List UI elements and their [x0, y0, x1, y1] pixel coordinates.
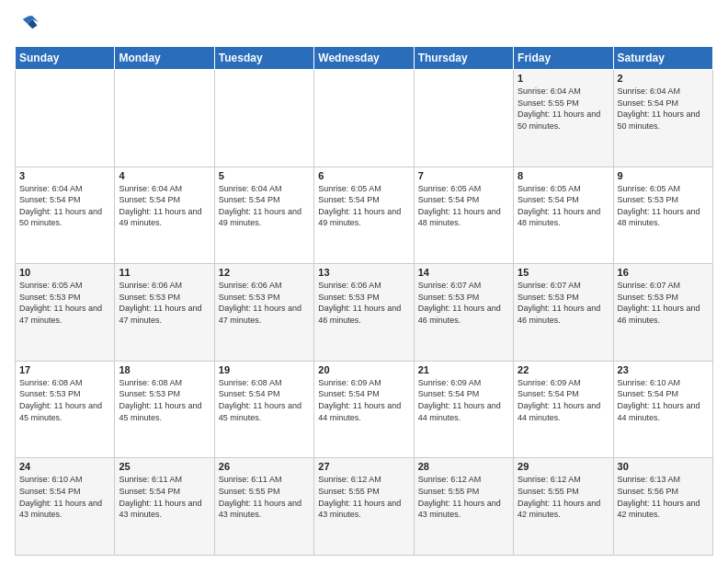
calendar-cell: 25Sunrise: 6:11 AM Sunset: 5:54 PM Dayli… [115, 458, 214, 556]
day-info: Sunrise: 6:07 AM Sunset: 5:53 PM Dayligh… [618, 280, 709, 326]
day-number: 10 [19, 267, 110, 278]
day-number: 19 [219, 364, 310, 375]
calendar-cell: 3Sunrise: 6:04 AM Sunset: 5:54 PM Daylig… [16, 167, 115, 264]
calendar-cell: 14Sunrise: 6:07 AM Sunset: 5:53 PM Dayli… [414, 264, 513, 362]
day-info: Sunrise: 6:05 AM Sunset: 5:54 PM Dayligh… [418, 183, 509, 229]
calendar-cell: 5Sunrise: 6:04 AM Sunset: 5:54 PM Daylig… [214, 167, 313, 264]
day-number: 18 [119, 364, 210, 375]
day-info: Sunrise: 6:05 AM Sunset: 5:53 PM Dayligh… [618, 183, 709, 229]
day-header-tuesday: Tuesday [214, 47, 313, 70]
day-info: Sunrise: 6:06 AM Sunset: 5:53 PM Dayligh… [119, 280, 210, 326]
calendar-cell: 24Sunrise: 6:10 AM Sunset: 5:54 PM Dayli… [16, 458, 115, 556]
day-number: 20 [318, 364, 409, 375]
day-header-friday: Friday [514, 47, 613, 70]
day-info: Sunrise: 6:12 AM Sunset: 5:55 PM Dayligh… [418, 474, 509, 520]
calendar-cell: 29Sunrise: 6:12 AM Sunset: 5:55 PM Dayli… [514, 458, 613, 556]
day-header-sunday: Sunday [16, 47, 115, 70]
day-number: 25 [119, 461, 210, 472]
day-number: 7 [418, 170, 509, 181]
calendar-cell: 11Sunrise: 6:06 AM Sunset: 5:53 PM Dayli… [115, 264, 214, 362]
day-number: 12 [219, 267, 310, 278]
day-number: 24 [19, 461, 110, 472]
day-info: Sunrise: 6:13 AM Sunset: 5:56 PM Dayligh… [618, 474, 709, 520]
calendar-cell: 8Sunrise: 6:05 AM Sunset: 5:54 PM Daylig… [514, 167, 613, 264]
day-info: Sunrise: 6:04 AM Sunset: 5:54 PM Dayligh… [119, 183, 210, 229]
calendar-cell [314, 70, 414, 167]
calendar-week-row: 24Sunrise: 6:10 AM Sunset: 5:54 PM Dayli… [16, 458, 713, 556]
calendar-cell: 16Sunrise: 6:07 AM Sunset: 5:53 PM Dayli… [613, 264, 712, 362]
day-info: Sunrise: 6:12 AM Sunset: 5:55 PM Dayligh… [518, 474, 609, 520]
day-info: Sunrise: 6:09 AM Sunset: 5:54 PM Dayligh… [418, 377, 509, 423]
calendar-cell: 23Sunrise: 6:10 AM Sunset: 5:54 PM Dayli… [613, 361, 712, 458]
day-number: 22 [518, 364, 609, 375]
calendar-cell: 13Sunrise: 6:06 AM Sunset: 5:53 PM Dayli… [314, 264, 414, 362]
calendar-cell: 22Sunrise: 6:09 AM Sunset: 5:54 PM Dayli… [514, 361, 613, 458]
calendar-cell: 12Sunrise: 6:06 AM Sunset: 5:53 PM Dayli… [214, 264, 313, 362]
day-info: Sunrise: 6:09 AM Sunset: 5:54 PM Dayligh… [518, 377, 609, 423]
day-number: 28 [418, 461, 509, 472]
calendar-cell: 28Sunrise: 6:12 AM Sunset: 5:55 PM Dayli… [414, 458, 513, 556]
calendar-cell [16, 70, 115, 167]
day-number: 21 [418, 364, 509, 375]
day-number: 11 [119, 267, 210, 278]
day-info: Sunrise: 6:11 AM Sunset: 5:55 PM Dayligh… [219, 474, 310, 520]
day-info: Sunrise: 6:06 AM Sunset: 5:53 PM Dayligh… [318, 280, 409, 326]
calendar-cell: 15Sunrise: 6:07 AM Sunset: 5:53 PM Dayli… [514, 264, 613, 362]
calendar-cell: 17Sunrise: 6:08 AM Sunset: 5:53 PM Dayli… [16, 361, 115, 458]
day-number: 15 [518, 267, 609, 278]
calendar-cell: 4Sunrise: 6:04 AM Sunset: 5:54 PM Daylig… [115, 167, 214, 264]
day-info: Sunrise: 6:06 AM Sunset: 5:53 PM Dayligh… [219, 280, 310, 326]
day-info: Sunrise: 6:05 AM Sunset: 5:53 PM Dayligh… [19, 280, 110, 326]
day-number: 14 [418, 267, 509, 278]
calendar-cell: 1Sunrise: 6:04 AM Sunset: 5:55 PM Daylig… [514, 70, 613, 167]
calendar-table: SundayMondayTuesdayWednesdayThursdayFrid… [15, 46, 713, 556]
day-info: Sunrise: 6:08 AM Sunset: 5:53 PM Dayligh… [19, 377, 110, 423]
day-number: 9 [618, 170, 709, 181]
day-info: Sunrise: 6:04 AM Sunset: 5:54 PM Dayligh… [219, 183, 310, 229]
day-info: Sunrise: 6:05 AM Sunset: 5:54 PM Dayligh… [518, 183, 609, 229]
day-number: 8 [518, 170, 609, 181]
calendar-cell: 19Sunrise: 6:08 AM Sunset: 5:54 PM Dayli… [214, 361, 313, 458]
calendar-cell: 6Sunrise: 6:05 AM Sunset: 5:54 PM Daylig… [314, 167, 414, 264]
page: SundayMondayTuesdayWednesdayThursdayFrid… [0, 0, 728, 563]
day-info: Sunrise: 6:10 AM Sunset: 5:54 PM Dayligh… [618, 377, 709, 423]
day-number: 26 [219, 461, 310, 472]
day-info: Sunrise: 6:05 AM Sunset: 5:54 PM Dayligh… [318, 183, 409, 229]
calendar-cell: 26Sunrise: 6:11 AM Sunset: 5:55 PM Dayli… [214, 458, 313, 556]
day-info: Sunrise: 6:04 AM Sunset: 5:55 PM Dayligh… [518, 86, 609, 132]
day-number: 4 [119, 170, 210, 181]
day-info: Sunrise: 6:08 AM Sunset: 5:53 PM Dayligh… [119, 377, 210, 423]
calendar-cell: 27Sunrise: 6:12 AM Sunset: 5:55 PM Dayli… [314, 458, 414, 556]
day-info: Sunrise: 6:07 AM Sunset: 5:53 PM Dayligh… [418, 280, 509, 326]
day-info: Sunrise: 6:04 AM Sunset: 5:54 PM Dayligh… [618, 86, 709, 132]
day-info: Sunrise: 6:12 AM Sunset: 5:55 PM Dayligh… [318, 474, 409, 520]
calendar-cell: 30Sunrise: 6:13 AM Sunset: 5:56 PM Dayli… [613, 458, 712, 556]
calendar-cell: 18Sunrise: 6:08 AM Sunset: 5:53 PM Dayli… [115, 361, 214, 458]
day-number: 16 [618, 267, 709, 278]
day-number: 27 [318, 461, 409, 472]
calendar-header-row: SundayMondayTuesdayWednesdayThursdayFrid… [16, 47, 713, 70]
day-info: Sunrise: 6:08 AM Sunset: 5:54 PM Dayligh… [219, 377, 310, 423]
calendar-cell: 20Sunrise: 6:09 AM Sunset: 5:54 PM Dayli… [314, 361, 414, 458]
day-header-monday: Monday [115, 47, 214, 70]
logo-icon [15, 11, 40, 37]
calendar-cell: 2Sunrise: 6:04 AM Sunset: 5:54 PM Daylig… [613, 70, 712, 167]
day-number: 17 [19, 364, 110, 375]
calendar-cell: 21Sunrise: 6:09 AM Sunset: 5:54 PM Dayli… [414, 361, 513, 458]
day-header-wednesday: Wednesday [314, 47, 414, 70]
calendar-cell: 10Sunrise: 6:05 AM Sunset: 5:53 PM Dayli… [16, 264, 115, 362]
day-info: Sunrise: 6:11 AM Sunset: 5:54 PM Dayligh… [119, 474, 210, 520]
day-number: 30 [618, 461, 709, 472]
day-number: 1 [518, 73, 609, 84]
day-info: Sunrise: 6:07 AM Sunset: 5:53 PM Dayligh… [518, 280, 609, 326]
calendar-week-row: 17Sunrise: 6:08 AM Sunset: 5:53 PM Dayli… [16, 361, 713, 458]
day-number: 13 [318, 267, 409, 278]
calendar-cell: 7Sunrise: 6:05 AM Sunset: 5:54 PM Daylig… [414, 167, 513, 264]
day-number: 5 [219, 170, 310, 181]
day-number: 2 [618, 73, 709, 84]
day-number: 3 [19, 170, 110, 181]
calendar-cell [414, 70, 513, 167]
calendar-cell: 9Sunrise: 6:05 AM Sunset: 5:53 PM Daylig… [613, 167, 712, 264]
header [15, 11, 713, 37]
logo [15, 11, 44, 37]
